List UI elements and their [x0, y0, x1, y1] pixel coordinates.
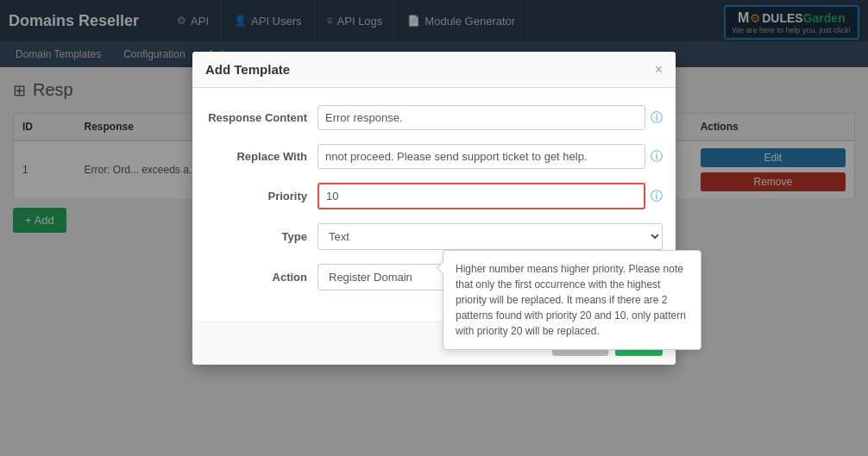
response-content-row: Response Content ⓘ	[205, 105, 663, 130]
replace-with-label: Replace With	[205, 150, 318, 163]
response-content-label: Response Content	[205, 111, 318, 124]
response-content-info-icon[interactable]: ⓘ	[651, 110, 663, 126]
modal-title: Add Template	[205, 62, 290, 77]
priority-input[interactable]	[318, 183, 645, 209]
priority-info-icon[interactable]: ⓘ	[651, 189, 663, 204]
modal-close-button[interactable]: ×	[655, 63, 663, 77]
tooltip-text: Higher number means higher priority. Ple…	[456, 263, 686, 337]
tooltip-popup: Higher number means higher priority. Ple…	[443, 250, 701, 350]
replace-with-row: Replace With ⓘ	[205, 144, 663, 169]
modal-overlay: Add Template × Response Content ⓘ Replac…	[0, 0, 868, 412]
action-label: Action	[205, 271, 318, 284]
type-select[interactable]: Text Regex	[318, 223, 663, 250]
replace-with-input[interactable]	[318, 144, 645, 169]
replace-with-info-icon[interactable]: ⓘ	[651, 149, 663, 165]
response-content-input[interactable]	[318, 105, 645, 130]
priority-label: Priority	[205, 190, 318, 203]
modal: Add Template × Response Content ⓘ Replac…	[192, 52, 676, 365]
priority-row: Priority ⓘ	[205, 183, 663, 209]
modal-header: Add Template ×	[192, 52, 676, 88]
type-row: Type Text Regex	[205, 223, 663, 250]
type-label: Type	[205, 230, 318, 243]
